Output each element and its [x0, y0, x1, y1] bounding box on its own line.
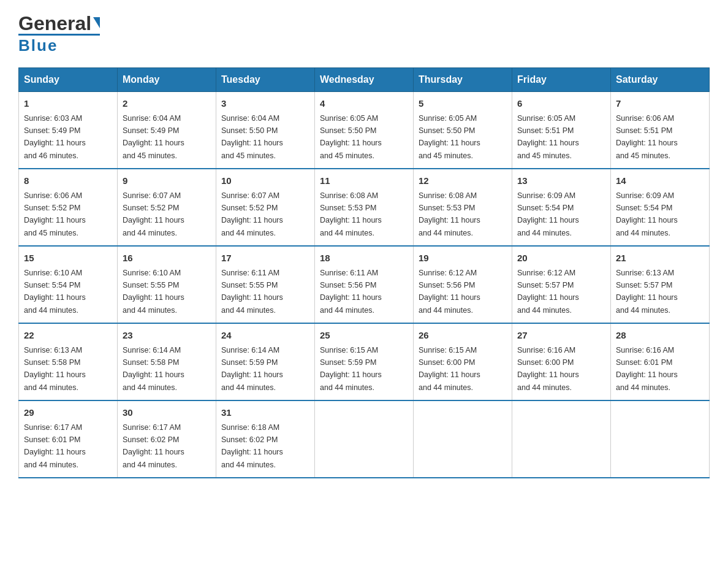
calendar-cell: 3Sunrise: 6:04 AMSunset: 5:50 PMDaylight… — [216, 92, 315, 169]
day-number: 22 — [24, 329, 112, 343]
day-number: 11 — [320, 174, 408, 188]
calendar-cell: 4Sunrise: 6:05 AMSunset: 5:50 PMDaylight… — [315, 92, 414, 169]
day-number: 3 — [221, 97, 309, 111]
day-number: 31 — [221, 406, 309, 420]
day-number: 21 — [616, 251, 704, 266]
page-header: General Blue — [18, 12, 710, 55]
logo-triangle-icon — [93, 17, 100, 28]
calendar-cell — [315, 400, 414, 478]
day-info: Sunrise: 6:04 AMSunset: 5:49 PMDaylight:… — [123, 114, 184, 160]
day-info: Sunrise: 6:05 AMSunset: 5:51 PMDaylight:… — [517, 114, 579, 160]
day-info: Sunrise: 6:11 AMSunset: 5:56 PMDaylight:… — [320, 269, 382, 315]
col-header-saturday: Saturday — [611, 68, 710, 92]
calendar-cell — [611, 400, 710, 478]
day-number: 24 — [221, 329, 309, 343]
calendar-week-row: 1Sunrise: 6:03 AMSunset: 5:49 PMDaylight… — [19, 92, 710, 169]
calendar-cell: 30Sunrise: 6:17 AMSunset: 6:02 PMDayligh… — [118, 400, 216, 478]
calendar-cell: 6Sunrise: 6:05 AMSunset: 5:51 PMDaylight… — [512, 92, 611, 169]
calendar-cell: 16Sunrise: 6:10 AMSunset: 5:55 PMDayligh… — [118, 246, 216, 323]
calendar-cell: 21Sunrise: 6:13 AMSunset: 5:57 PMDayligh… — [611, 246, 710, 323]
calendar-cell: 27Sunrise: 6:16 AMSunset: 6:00 PMDayligh… — [512, 323, 611, 400]
day-number: 14 — [616, 174, 704, 188]
day-number: 23 — [123, 329, 211, 343]
col-header-thursday: Thursday — [414, 68, 512, 92]
day-number: 27 — [517, 329, 605, 343]
calendar-cell: 20Sunrise: 6:12 AMSunset: 5:57 PMDayligh… — [512, 246, 611, 323]
day-info: Sunrise: 6:03 AMSunset: 5:49 PMDaylight:… — [24, 114, 86, 160]
day-info: Sunrise: 6:17 AMSunset: 6:02 PMDaylight:… — [123, 423, 184, 469]
day-info: Sunrise: 6:09 AMSunset: 5:54 PMDaylight:… — [616, 191, 678, 237]
day-number: 30 — [123, 406, 211, 420]
calendar-week-row: 8Sunrise: 6:06 AMSunset: 5:52 PMDaylight… — [19, 169, 710, 246]
calendar-cell: 28Sunrise: 6:16 AMSunset: 6:01 PMDayligh… — [611, 323, 710, 400]
calendar-cell: 31Sunrise: 6:18 AMSunset: 6:02 PMDayligh… — [216, 400, 315, 478]
calendar-cell: 24Sunrise: 6:14 AMSunset: 5:59 PMDayligh… — [216, 323, 315, 400]
day-info: Sunrise: 6:06 AMSunset: 5:51 PMDaylight:… — [616, 114, 678, 160]
logo-general-text: General — [18, 12, 91, 35]
calendar-cell — [512, 400, 611, 478]
day-number: 5 — [419, 97, 507, 111]
col-header-sunday: Sunday — [19, 68, 118, 92]
day-info: Sunrise: 6:15 AMSunset: 5:59 PMDaylight:… — [320, 346, 382, 392]
day-info: Sunrise: 6:07 AMSunset: 5:52 PMDaylight:… — [221, 191, 283, 237]
calendar-cell: 14Sunrise: 6:09 AMSunset: 5:54 PMDayligh… — [611, 169, 710, 246]
day-number: 13 — [517, 174, 605, 188]
calendar-cell: 10Sunrise: 6:07 AMSunset: 5:52 PMDayligh… — [216, 169, 315, 246]
calendar-cell: 29Sunrise: 6:17 AMSunset: 6:01 PMDayligh… — [19, 400, 118, 478]
calendar-week-row: 15Sunrise: 6:10 AMSunset: 5:54 PMDayligh… — [19, 246, 710, 323]
calendar-week-row: 22Sunrise: 6:13 AMSunset: 5:58 PMDayligh… — [19, 323, 710, 400]
day-number: 10 — [221, 174, 309, 188]
day-info: Sunrise: 6:17 AMSunset: 6:01 PMDaylight:… — [24, 423, 86, 469]
day-number: 8 — [24, 174, 112, 188]
day-info: Sunrise: 6:16 AMSunset: 6:01 PMDaylight:… — [616, 346, 678, 392]
day-info: Sunrise: 6:10 AMSunset: 5:54 PMDaylight:… — [24, 269, 86, 315]
day-number: 18 — [320, 251, 408, 266]
calendar-cell: 2Sunrise: 6:04 AMSunset: 5:49 PMDaylight… — [118, 92, 216, 169]
day-info: Sunrise: 6:12 AMSunset: 5:56 PMDaylight:… — [419, 269, 480, 315]
calendar-header-row: SundayMondayTuesdayWednesdayThursdayFrid… — [19, 68, 710, 92]
calendar-cell: 18Sunrise: 6:11 AMSunset: 5:56 PMDayligh… — [315, 246, 414, 323]
day-number: 20 — [517, 251, 605, 266]
day-info: Sunrise: 6:15 AMSunset: 6:00 PMDaylight:… — [419, 346, 480, 392]
day-number: 9 — [123, 174, 211, 188]
day-number: 15 — [24, 251, 112, 266]
day-number: 26 — [419, 329, 507, 343]
calendar-cell: 5Sunrise: 6:05 AMSunset: 5:50 PMDaylight… — [414, 92, 512, 169]
day-info: Sunrise: 6:16 AMSunset: 6:00 PMDaylight:… — [517, 346, 579, 392]
col-header-monday: Monday — [118, 68, 216, 92]
calendar-cell: 1Sunrise: 6:03 AMSunset: 5:49 PMDaylight… — [19, 92, 118, 169]
day-info: Sunrise: 6:04 AMSunset: 5:50 PMDaylight:… — [221, 114, 283, 160]
calendar-cell: 19Sunrise: 6:12 AMSunset: 5:56 PMDayligh… — [414, 246, 512, 323]
day-info: Sunrise: 6:14 AMSunset: 5:58 PMDaylight:… — [123, 346, 184, 392]
day-number: 29 — [24, 406, 112, 420]
col-header-tuesday: Tuesday — [216, 68, 315, 92]
day-info: Sunrise: 6:13 AMSunset: 5:58 PMDaylight:… — [24, 346, 86, 392]
calendar-cell: 9Sunrise: 6:07 AMSunset: 5:52 PMDaylight… — [118, 169, 216, 246]
day-info: Sunrise: 6:11 AMSunset: 5:55 PMDaylight:… — [221, 269, 283, 315]
calendar-cell: 25Sunrise: 6:15 AMSunset: 5:59 PMDayligh… — [315, 323, 414, 400]
calendar-cell: 12Sunrise: 6:08 AMSunset: 5:53 PMDayligh… — [414, 169, 512, 246]
logo-blue-text: Blue — [18, 36, 58, 55]
day-number: 6 — [517, 97, 605, 111]
day-number: 4 — [320, 97, 408, 111]
calendar-cell: 13Sunrise: 6:09 AMSunset: 5:54 PMDayligh… — [512, 169, 611, 246]
day-info: Sunrise: 6:13 AMSunset: 5:57 PMDaylight:… — [616, 269, 678, 315]
calendar-cell: 15Sunrise: 6:10 AMSunset: 5:54 PMDayligh… — [19, 246, 118, 323]
calendar-cell: 8Sunrise: 6:06 AMSunset: 5:52 PMDaylight… — [19, 169, 118, 246]
day-info: Sunrise: 6:08 AMSunset: 5:53 PMDaylight:… — [419, 191, 480, 237]
day-number: 19 — [419, 251, 507, 266]
calendar-cell: 11Sunrise: 6:08 AMSunset: 5:53 PMDayligh… — [315, 169, 414, 246]
logo: General Blue — [18, 12, 100, 55]
day-number: 1 — [24, 97, 112, 111]
calendar-week-row: 29Sunrise: 6:17 AMSunset: 6:01 PMDayligh… — [19, 400, 710, 478]
calendar-cell — [414, 400, 512, 478]
day-info: Sunrise: 6:08 AMSunset: 5:53 PMDaylight:… — [320, 191, 382, 237]
day-number: 7 — [616, 97, 704, 111]
day-info: Sunrise: 6:07 AMSunset: 5:52 PMDaylight:… — [123, 191, 184, 237]
day-info: Sunrise: 6:14 AMSunset: 5:59 PMDaylight:… — [221, 346, 283, 392]
day-info: Sunrise: 6:09 AMSunset: 5:54 PMDaylight:… — [517, 191, 579, 237]
day-number: 17 — [221, 251, 309, 266]
day-number: 16 — [123, 251, 211, 266]
calendar-cell: 17Sunrise: 6:11 AMSunset: 5:55 PMDayligh… — [216, 246, 315, 323]
day-info: Sunrise: 6:18 AMSunset: 6:02 PMDaylight:… — [221, 423, 283, 469]
